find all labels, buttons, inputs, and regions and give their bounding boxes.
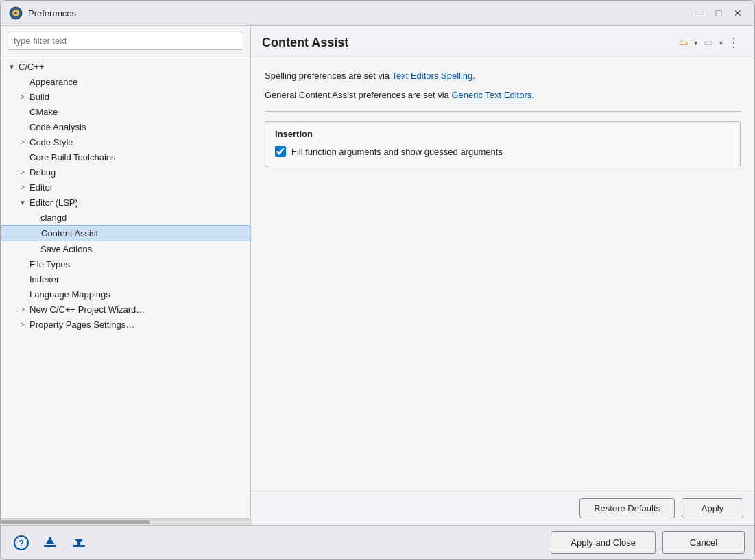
tree-item-file-types[interactable]: File Types xyxy=(1,256,250,271)
tree-label-debug: Debug xyxy=(29,167,56,178)
tree-label-new-cpp-project-wizard: New C/C++ Project Wizard… xyxy=(29,304,145,315)
tree-container: ▼C/C++Appearance>BuildCMakeCode Analysis… xyxy=(1,56,250,518)
import-button[interactable] xyxy=(39,532,61,554)
svg-rect-10 xyxy=(77,539,80,546)
main-content: ▼C/C++Appearance>BuildCMakeCode Analysis… xyxy=(1,26,754,525)
checkbox-row: Fill function arguments and show guessed… xyxy=(275,146,730,157)
minimize-button[interactable]: — xyxy=(691,5,708,21)
title-bar-left: Preferences xyxy=(9,6,76,20)
help-icon: ? xyxy=(14,535,29,550)
tree-toggle-build: > xyxy=(17,91,28,102)
bottom-bar: ? Apply and Close Cancel xyxy=(1,525,754,559)
tree-label-language-mappings: Language Mappings xyxy=(29,289,110,300)
title-bar-controls: — □ ✕ xyxy=(691,5,746,21)
tree-item-property-pages-settings[interactable]: >Property Pages Settings… xyxy=(1,317,250,332)
tree-toggle-new-cpp-project-wizard: > xyxy=(17,304,28,315)
back-dropdown[interactable]: ▾ xyxy=(694,39,697,47)
info-text-1b: . xyxy=(472,71,475,81)
tree-toggle-code-style: > xyxy=(17,136,28,147)
close-button[interactable]: ✕ xyxy=(730,5,746,21)
tree-label-clangd: clangd xyxy=(40,212,67,223)
tree-toggle-code-analysis xyxy=(17,121,28,132)
tree-item-build[interactable]: >Build xyxy=(1,89,250,104)
info-text-2a: General Content Assist preferences are s… xyxy=(265,90,451,100)
tree-toggle-cpp: ▼ xyxy=(6,61,17,72)
tree-toggle-cmake xyxy=(17,106,28,117)
tree-item-cpp[interactable]: ▼C/C++ xyxy=(1,59,250,74)
tree-toggle-editor: > xyxy=(17,182,28,193)
tree-item-content-assist[interactable]: Content Assist xyxy=(1,225,250,241)
tree-label-editor: Editor xyxy=(29,182,53,193)
tree-toggle-file-types xyxy=(17,258,28,269)
page-title: Content Assist xyxy=(262,36,348,50)
tree-label-editor-lsp: Editor (LSP) xyxy=(29,197,78,208)
forward-button[interactable]: ⇨ xyxy=(699,33,718,52)
tree-item-code-style[interactable]: >Code Style xyxy=(1,134,250,149)
tree-item-code-analysis[interactable]: Code Analysis xyxy=(1,119,250,134)
window-title: Preferences xyxy=(28,8,76,19)
right-panel: Content Assist ⇦ ▾ ⇨ ▾ ⋮ Spelling prefer… xyxy=(251,26,754,525)
tree-toggle-language-mappings xyxy=(17,289,28,300)
tree-toggle-core-build-toolchains xyxy=(17,151,28,162)
right-header: Content Assist ⇦ ▾ ⇨ ▾ ⋮ xyxy=(251,26,754,58)
export-button[interactable] xyxy=(68,532,90,554)
bottom-icons: ? xyxy=(10,532,90,554)
tree-label-code-style: Code Style xyxy=(29,137,73,147)
search-input[interactable] xyxy=(8,32,243,50)
info-line-2: General Content Assist preferences are s… xyxy=(265,88,741,102)
tree-item-editor[interactable]: >Editor xyxy=(1,180,250,195)
tree-item-new-cpp-project-wizard[interactable]: >New C/C++ Project Wizard… xyxy=(1,302,250,317)
tree-toggle-content-assist xyxy=(29,228,40,239)
group-title: Insertion xyxy=(275,129,730,139)
tree-toggle-editor-lsp: ▼ xyxy=(17,197,28,208)
bottom-action-buttons: Apply and Close Cancel xyxy=(551,531,745,554)
generic-text-editors-link[interactable]: Generic Text Editors xyxy=(451,90,531,100)
tree-toggle-appearance xyxy=(17,76,28,87)
back-button[interactable]: ⇦ xyxy=(673,33,693,52)
forward-dropdown[interactable]: ▾ xyxy=(719,39,723,47)
tree-toggle-clangd xyxy=(28,212,39,223)
tree-item-indexer[interactable]: Indexer xyxy=(1,271,250,287)
tree-item-cmake[interactable]: CMake xyxy=(1,104,250,119)
tree-label-file-types: File Types xyxy=(29,259,70,269)
text-editors-spelling-link[interactable]: Text Editors Spelling xyxy=(392,71,472,81)
tree-label-indexer: Indexer xyxy=(29,274,59,284)
cancel-button[interactable]: Cancel xyxy=(662,531,745,554)
maximize-button[interactable]: □ xyxy=(710,5,727,21)
import-icon xyxy=(43,535,58,550)
export-icon xyxy=(71,535,86,550)
preferences-icon xyxy=(9,6,23,20)
info-text-2b: . xyxy=(531,90,534,100)
tree-label-property-pages-settings: Property Pages Settings… xyxy=(29,319,134,330)
apply-close-button[interactable]: Apply and Close xyxy=(551,531,656,554)
horizontal-scrollbar[interactable] xyxy=(1,518,250,525)
tree-item-debug[interactable]: >Debug xyxy=(1,165,250,180)
tree-item-save-actions[interactable]: Save Actions xyxy=(1,241,250,256)
tree-item-appearance[interactable]: Appearance xyxy=(1,74,250,89)
tree-label-code-analysis: Code Analysis xyxy=(29,122,86,132)
tree-label-save-actions: Save Actions xyxy=(40,244,92,254)
tree-toggle-indexer xyxy=(17,273,28,284)
nav-buttons: ⇦ ▾ ⇨ ▾ ⋮ xyxy=(673,33,743,52)
info-line-1: Spelling preferences are set via Text Ed… xyxy=(265,69,741,83)
tree-item-editor-lsp[interactable]: ▼Editor (LSP) xyxy=(1,195,250,210)
more-button[interactable]: ⋮ xyxy=(724,33,743,52)
tree-label-build: Build xyxy=(29,92,49,102)
insertion-group: Insertion Fill function arguments and sh… xyxy=(265,121,741,167)
tree-item-clangd[interactable]: clangd xyxy=(1,210,250,225)
info-text-1a: Spelling preferences are set via xyxy=(265,71,392,81)
tree-item-core-build-toolchains[interactable]: Core Build Toolchains xyxy=(1,149,250,165)
help-button[interactable]: ? xyxy=(10,532,32,554)
tree-toggle-debug: > xyxy=(17,167,28,178)
apply-button[interactable]: Apply xyxy=(682,498,743,518)
tree-label-content-assist: Content Assist xyxy=(41,228,98,239)
right-body: Spelling preferences are set via Text Ed… xyxy=(251,58,754,491)
tree-item-language-mappings[interactable]: Language Mappings xyxy=(1,287,250,302)
tree-toggle-save-actions xyxy=(28,243,39,254)
restore-defaults-button[interactable]: Restore Defaults xyxy=(579,498,675,518)
divider xyxy=(265,111,741,112)
tree-toggle-property-pages-settings: > xyxy=(17,319,28,330)
fill-function-args-checkbox[interactable] xyxy=(275,146,286,157)
preferences-window: Preferences — □ ✕ ▼C/C++Appearance>Build… xyxy=(0,0,755,560)
fill-function-args-label: Fill function arguments and show guessed… xyxy=(291,147,503,157)
